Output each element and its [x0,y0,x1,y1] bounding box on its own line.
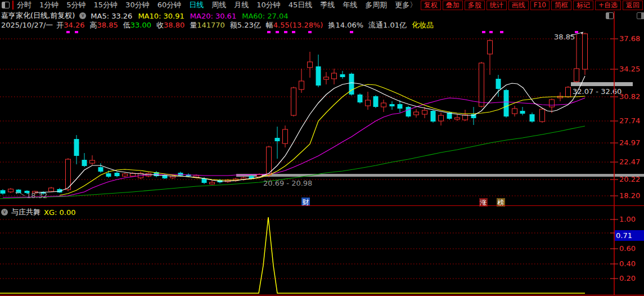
y-axis-label: 27.74 [619,116,640,125]
candle-up [299,81,304,89]
svg-text:财: 财 [303,198,309,206]
candle-down [275,138,280,141]
chart-canvas[interactable]: 37.6834.2530.8227.7424.9722.4720.2218.20… [0,0,644,296]
annotation-arrow [18,192,25,196]
candle-up [488,41,493,54]
svg-text:榜: 榜 [497,199,505,207]
limit-up-mark [575,31,578,33]
candle-up [49,188,54,191]
candle-up [574,69,579,82]
candle-down [74,139,79,156]
candle-down [520,111,525,114]
candle-up [308,62,313,68]
limit-up-mark [489,31,493,33]
candle-down [82,160,87,166]
candle-up [439,115,444,121]
candle-down [431,111,436,122]
candle-down [398,104,403,109]
candle-up [414,112,419,115]
flag-zhang[interactable]: 涨 [479,198,488,207]
y-axis-label: 22.47 [619,158,640,166]
sub-y-axis-label: 0.60 [619,244,636,253]
candle-down [390,104,395,106]
sub-y-axis-label: 0.20 [619,274,636,282]
candle-down [530,114,535,122]
candle-up [381,103,386,107]
candle-up [583,34,588,69]
candle-down [471,114,476,118]
price-label-high: 38.85 [554,33,575,41]
limit-up-mark [350,31,353,33]
candle-down [496,79,501,89]
candle-up [267,147,272,175]
limit-up-mark [267,31,271,33]
y-axis-label: 30.82 [619,92,640,101]
candle-up [283,129,288,143]
candle-up [422,110,427,114]
limit-up-mark [276,31,279,33]
candle-up [291,88,296,115]
indicator-name: 与庄共舞 [11,207,40,217]
svg-text:涨: 涨 [480,199,487,207]
candle-down [316,66,321,86]
candle-down [358,95,363,102]
candle-up [324,77,329,79]
chevron-down-icon[interactable]: ∨ [1,209,8,216]
limit-up-mark [500,31,503,33]
limit-up-mark [292,31,295,33]
candle-up [512,109,517,114]
flag-cai[interactable]: 财 [301,198,310,206]
y-axis-label: 18.20 [619,191,640,200]
candle-down [504,90,509,116]
price-label-low: 18.32 [26,191,47,200]
candle-down [1,190,6,194]
candle-up [210,182,215,184]
limit-up-mark [75,31,78,33]
candle-up [540,109,545,122]
limit-up-mark [308,31,312,33]
sub-y-axis-label: 0.40 [619,259,636,268]
price-band [236,174,644,177]
current-value-badge: 0.71 [615,230,644,241]
y-axis-label: 37.68 [619,34,640,43]
candle-down [406,107,411,116]
limit-up-mark [482,31,485,33]
candle-up [455,118,460,119]
indicator-header: ∨ 与庄共舞 XG: 0.00 [1,208,75,217]
y-axis-label: 34.25 [619,65,640,73]
candle-up [8,189,13,192]
price-range-lower: 20.69 - 20.98 [263,179,312,187]
candle-up [90,160,95,163]
candle-up [123,174,128,176]
candle-down [98,167,103,172]
limit-up-mark [284,31,287,33]
candle-down [106,173,111,177]
limit-up-mark [66,31,70,33]
stock-chart-window: { "toolbar": { "periods": ["分时","1分钟","5… [0,0,644,296]
indicator-line [0,217,585,293]
flag-bang[interactable]: 榜 [497,198,505,207]
sub-gridlines: 1.000.600.400.20 [0,215,636,282]
candle-up [332,73,337,79]
candle-down [373,96,379,107]
candle-down [340,74,345,77]
candle-down [115,173,120,176]
candle-up [550,100,555,107]
candle-up [66,159,71,190]
y-axis-label: 24.97 [619,138,640,147]
candle-up [366,100,371,106]
indicator-value: XG: 0.00 [44,208,75,217]
sub-y-axis-label: 1.00 [619,215,636,223]
candlestick-series [1,33,588,195]
svg-text:0.71: 0.71 [616,231,632,240]
candle-up [566,87,571,97]
candle-up [479,63,484,106]
